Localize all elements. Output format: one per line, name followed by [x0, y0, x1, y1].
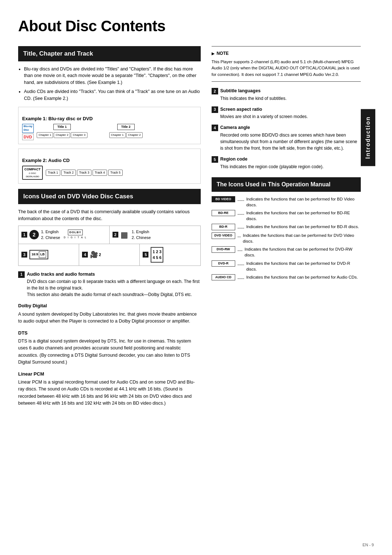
dvd-video-dots: .... — [237, 232, 241, 239]
icon-num-1: 1 — [21, 232, 27, 238]
bd-re-dots: ........ — [237, 210, 244, 216]
bd-r-badge: BD-R — [212, 224, 235, 230]
bd-r-desc: Indicates the functions that can be perf… — [246, 224, 361, 230]
section1-header: Title, Chapter and Track — [18, 46, 201, 61]
icon-cell-1: 1 2 1. English 2. Chinese DOLBY D I G I … — [19, 226, 110, 244]
dvd-video-badge: DVD VIDEO — [212, 232, 235, 239]
digital-label: D I G I T A L — [64, 236, 87, 240]
sidebar-label: Introduction — [361, 109, 375, 166]
icon-cell-3: 3 16:9 LB — [19, 244, 79, 266]
audio-cd-badge: AUDIO CD — [212, 274, 235, 281]
chapter4-box: Chapter 1 — [109, 132, 126, 138]
subtitle-title: Subtitle languages — [220, 88, 361, 94]
region-code-item: 5 Region code This indicates the region … — [212, 156, 361, 170]
icon-cell-2-text: 1. English 2. Chinese — [132, 229, 151, 241]
compact-disc-logo: COMPACT ⊙ DISC DIGITAL AUDIO — [22, 166, 43, 180]
title-tree: Title 1 Chapter 1 Chapter 2 Chapter 3 Ti… — [37, 124, 197, 141]
example1-title: Example 1: Blu-ray disc or DVD — [22, 115, 197, 122]
example2-diagram: Example 2: Audio CD COMPACT ⊙ DISC DIGIT… — [18, 149, 201, 184]
track2-box: Track 2 — [61, 170, 76, 176]
section2-header: Icons Used on DVD Video Disc Cases — [18, 189, 201, 204]
screen-ratio-item: 3 Screen aspect ratio Movies are shot in… — [212, 106, 361, 120]
num-badge-5: 5 — [212, 156, 218, 163]
subtitle-item: 2 Subtitle languages This indicates the … — [212, 88, 361, 102]
bullet-1: Blu-ray discs and DVDs are divided into … — [24, 66, 201, 86]
icon-film-strip: ▦ — [121, 229, 128, 241]
icon-badge-2: 2 — [29, 230, 39, 239]
screen-ratio-title: Screen aspect ratio — [220, 106, 361, 113]
chapter3-box: Chapter 3 — [71, 132, 87, 138]
section1-bullets: Blu-ray discs and DVDs are divided into … — [24, 66, 201, 102]
bd-video-badge: BD VIDEO — [212, 196, 235, 203]
icons-row-bd-re: BD-RE ........ Indicates the functions t… — [212, 210, 361, 222]
icon1-section: 1 Audio tracks and audio formats DVD dis… — [18, 271, 201, 298]
icon-num-5: 5 — [143, 252, 148, 258]
dvd-rw-desc: Indicates the functions that can be perf… — [245, 246, 361, 258]
page-number: EN - 9 — [363, 542, 374, 548]
chapter5-box: Chapter 2 — [126, 132, 143, 138]
num-badge-2: 2 — [212, 88, 218, 94]
title2-box: Title 2 — [117, 124, 135, 130]
note-title: NOTE — [212, 50, 361, 57]
icon-cell-5: 5 1 2 34 5 6 — [140, 244, 200, 266]
dvd-r-desc: Indicates the functions that can be perf… — [246, 260, 361, 272]
linear-pcm-heading: Linear PCM — [18, 370, 201, 378]
camera-angle-item: 4 Camera angle Recorded onto some BD/DVD… — [212, 124, 361, 151]
linear-pcm-text: Linear PCM is a signal recording format … — [18, 379, 201, 407]
bluray-logo: Blu-rayDisc — [22, 124, 34, 133]
audio-cd-desc: Indicates the functions that can be perf… — [246, 274, 361, 280]
dts-text: DTS is a digital sound system developed … — [18, 338, 201, 366]
dvd-rw-dots: ...... — [237, 246, 242, 253]
page-title: About Disc Contents — [18, 15, 361, 37]
icon-num-2: 2 — [113, 232, 118, 238]
icon1-text2: This section also details the audio form… — [27, 291, 201, 298]
note-text: This Player supports 2-channel (L/R) aud… — [212, 59, 361, 78]
dvd-logo: DVD — [22, 134, 34, 141]
icons-table: BD VIDEO ........ Indicates the function… — [212, 196, 361, 281]
icons-row-bd-video: BD VIDEO ........ Indicates the function… — [212, 196, 361, 208]
title1-box: Title 1 — [53, 124, 71, 130]
icon-cell-1-text: 1. English 2. Chinese — [41, 229, 60, 241]
dolby-label: DOLBY — [68, 230, 83, 235]
bd-video-desc: Indicates the functions that can be perf… — [246, 196, 361, 208]
section4-header: The Icons Used in This Operation Manual — [212, 177, 361, 192]
icon1-text: DVD discs can contain up to 8 separate t… — [27, 278, 201, 291]
track3-box: Track 3 — [77, 170, 91, 176]
num-badge-1: 1 — [18, 271, 25, 278]
dvd-r-dots: ........ — [237, 260, 244, 267]
chapter1-box: Chapter 1 — [37, 132, 53, 138]
track5-box: Track 5 — [108, 170, 123, 176]
icon-cell-4: 4 🎥 2 — [79, 244, 140, 266]
example2-title-text: Example 2: Audio CD — [22, 157, 197, 164]
dvd-r-badge: DVD-R — [212, 260, 235, 267]
audio-cd-dots: ........ — [237, 274, 244, 281]
icons-row-dvd-r: DVD-R ........ Indicates the functions t… — [212, 260, 361, 272]
icons-row-1: 1 2 1. English 2. Chinese DOLBY D I G I … — [19, 226, 200, 244]
icons-row-audio-cd: AUDIO CD ........ Indicates the function… — [212, 274, 361, 281]
chapter2-box: Chapter 2 — [54, 132, 70, 138]
bd-re-desc: Indicates the functions that can be perf… — [246, 210, 361, 222]
icon-num-3: 3 — [21, 252, 27, 258]
dolby-digital-text: A sound system developed by Dolby Labora… — [18, 311, 201, 325]
dolby-digital-heading: Dolby Digital — [18, 302, 201, 309]
title2-section: Title 2 Chapter 1 Chapter 2 — [109, 124, 143, 138]
icons-row-dvd-video: DVD VIDEO .... Indicates the functions t… — [212, 232, 361, 244]
icons-row-bd-r: BD-R ........ Indicates the functions th… — [212, 224, 361, 230]
icons-row-2: 3 16:9 LB 4 🎥 2 — [19, 244, 200, 266]
num-badge-3: 3 — [212, 106, 218, 113]
icon1-title: Audio tracks and audio formats — [27, 271, 201, 278]
example1-diagram: Example 1: Blu-ray disc or DVD Blu-rayDi… — [18, 107, 201, 144]
bd-r-dots: ........ — [237, 224, 244, 230]
region-code-text: This indicates the region code (playable… — [220, 163, 361, 170]
camera-angle-text: Recorded onto some BD/DVD discs are scen… — [220, 132, 361, 151]
num-badge-4: 4 — [212, 125, 218, 131]
icon-cell-2: 2 ▦ 1. English 2. Chinese — [110, 226, 200, 244]
dvd-video-desc: Indicates the functions that can be perf… — [243, 232, 361, 244]
section2-intro: The back of the case of a DVD that is co… — [18, 208, 201, 223]
dvd-icons-grid: 1 2 1. English 2. Chinese DOLBY D I G I … — [18, 226, 201, 266]
note-box: NOTE This Player supports 2-channel (L/R… — [212, 46, 361, 82]
camera-angle-title: Camera angle — [220, 124, 361, 131]
logos-stack: Blu-rayDisc DVD — [22, 124, 34, 141]
dts-heading: DTS — [18, 329, 201, 337]
subtitle-text: This indicates the kind of subtitles. — [220, 95, 361, 102]
